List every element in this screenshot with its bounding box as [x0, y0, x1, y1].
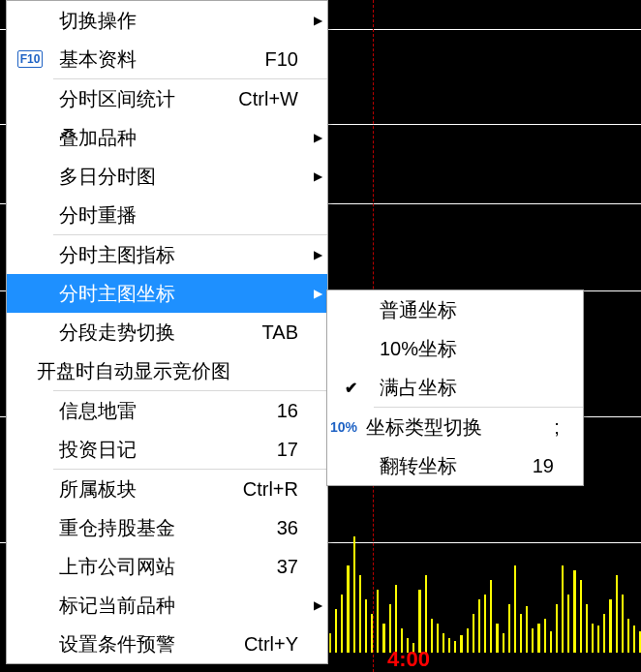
menu-item-flip-coord[interactable]: 翻转坐标19 [327, 446, 583, 485]
menu-shortcut: Ctrl+R [221, 478, 308, 501]
volume-bar [562, 565, 564, 653]
menu-label: 多日分时图 [53, 164, 221, 190]
percent-icon: 10% [330, 419, 357, 435]
menu-item-set-alert[interactable]: 设置条件预警Ctrl+Y [7, 625, 327, 663]
menu-item-switch-operation[interactable]: 切换操作▶ [7, 1, 327, 40]
menu-item-normal-coord[interactable]: 普通坐标 [327, 290, 583, 329]
volume-bar [443, 633, 444, 653]
volume-bar [526, 606, 528, 653]
menu-item-interval-stats[interactable]: 分时区间统计Ctrl+W [7, 79, 327, 118]
volume-bar [347, 565, 349, 653]
menu-shortcut: Ctrl+W [221, 88, 308, 110]
menu-label: 坐标类型切换 [360, 414, 482, 441]
menu-item-main-indicator[interactable]: 分时主图指标▶ [7, 235, 327, 274]
volume-bar [425, 575, 427, 653]
menu-item-auto-auction[interactable]: 开盘时自动显示竞价图 [7, 351, 327, 390]
chart-background: 4:00 切换操作▶F10基本资料F10分时区间统计Ctrl+W叠加品种▶多日分… [0, 0, 641, 672]
menu-label: 重仓持股基金 [53, 515, 221, 541]
submenu-arrow-icon: ▶ [308, 131, 327, 144]
volume-bar [353, 536, 355, 653]
volume-bar [335, 609, 337, 653]
menu-shortcut: 17 [221, 439, 308, 461]
volume-bar [580, 580, 582, 653]
submenu-arrow-icon: ▶ [308, 248, 327, 261]
menu-label: 普通坐标 [374, 297, 476, 323]
volume-bar [567, 595, 569, 653]
menu-item-toggle-coord-type[interactable]: 10%坐标类型切换; [327, 408, 583, 446]
menu-shortcut: F10 [221, 48, 308, 71]
check-icon [345, 379, 357, 397]
menu-label: 分时主图坐标 [53, 281, 221, 307]
volume-bar [490, 580, 492, 653]
volume-bar [573, 570, 575, 653]
volume-bar [365, 599, 367, 653]
menu-label: 标记当前品种 [53, 593, 221, 619]
submenu-arrow-icon: ▶ [308, 14, 327, 27]
volume-bar [532, 628, 534, 653]
submenu-arrow-icon: ▶ [308, 287, 327, 300]
menu-label: 所属板块 [53, 476, 221, 503]
menu-shortcut: ; [482, 416, 569, 439]
volume-bar [329, 633, 331, 653]
time-axis-label: 4:00 [387, 647, 430, 672]
volume-bar [371, 614, 373, 653]
menu-label: 翻转坐标 [374, 453, 476, 479]
volume-bar [448, 638, 450, 653]
volume-bar [616, 575, 618, 653]
menu-item-company-site[interactable]: 上市公司网站37 [7, 547, 327, 586]
menu-label: 开盘时自动显示竞价图 [31, 358, 230, 384]
submenu-arrow-icon: ▶ [308, 598, 327, 612]
menu-shortcut: TAB [221, 321, 308, 344]
volume-bar [467, 628, 469, 653]
menu-label: 分时区间统计 [53, 86, 221, 112]
menu-item-full-coord[interactable]: 满占坐标 [327, 368, 583, 407]
menu-shortcut: 16 [221, 400, 308, 422]
volume-bar [597, 626, 599, 653]
volume-bar [508, 604, 510, 653]
volume-bar [460, 635, 462, 653]
volume-bar [556, 604, 558, 653]
volume-bar [377, 590, 379, 653]
submenu-coordinate[interactable]: 普通坐标10%坐标满占坐标10%坐标类型切换;翻转坐标19 [326, 290, 584, 486]
menu-shortcut: 19 [476, 455, 564, 477]
menu-item-segment-trend[interactable]: 分段走势切换TAB [7, 313, 327, 351]
volume-bar [359, 575, 361, 653]
volume-bar [544, 619, 546, 653]
menu-label: 满占坐标 [374, 375, 476, 401]
menu-item-multi-day-intraday[interactable]: 多日分时图▶ [7, 157, 327, 196]
volume-bar [382, 624, 384, 653]
menu-item-overlay-instrument[interactable]: 叠加品种▶ [7, 118, 327, 157]
menu-label: 分时重播 [53, 202, 221, 229]
menu-label: 10%坐标 [374, 336, 476, 362]
menu-item-main-coordinate[interactable]: 分时主图坐标▶ [7, 274, 327, 313]
volume-bar [484, 595, 486, 653]
volume-bar [395, 585, 397, 653]
volume-bar [633, 626, 635, 653]
volume-bars [329, 517, 641, 653]
menu-shortcut: Ctrl+Y [221, 633, 308, 656]
menu-label: 上市公司网站 [53, 554, 221, 580]
context-menu[interactable]: 切换操作▶F10基本资料F10分时区间统计Ctrl+W叠加品种▶多日分时图▶分时… [6, 0, 328, 664]
menu-label: 分时主图指标 [53, 242, 221, 268]
volume-bar [389, 604, 391, 653]
menu-item-info-mine[interactable]: 信息地雷16 [7, 391, 327, 430]
menu-item-invest-diary[interactable]: 投资日记17 [7, 430, 327, 469]
menu-item-10pct-coord[interactable]: 10%坐标 [327, 329, 583, 368]
volume-bar [503, 633, 504, 653]
volume-bar [520, 614, 522, 653]
volume-bar [603, 614, 605, 653]
menu-label: 设置条件预警 [53, 631, 221, 657]
menu-item-heavy-fund[interactable]: 重仓持股基金36 [7, 508, 327, 547]
menu-shortcut: 36 [221, 517, 308, 539]
volume-bar [514, 565, 516, 653]
volume-bar [473, 614, 474, 653]
volume-bar [586, 604, 588, 653]
menu-item-basic-info[interactable]: F10基本资料F10 [7, 40, 327, 78]
volume-bar [609, 599, 611, 653]
menu-label: 基本资料 [53, 46, 221, 73]
volume-bar [478, 599, 480, 653]
menu-item-sector[interactable]: 所属板块Ctrl+R [7, 470, 327, 508]
volume-bar [537, 624, 539, 653]
menu-item-intraday-replay[interactable]: 分时重播 [7, 196, 327, 234]
menu-item-mark-instrument[interactable]: 标记当前品种▶ [7, 586, 327, 625]
